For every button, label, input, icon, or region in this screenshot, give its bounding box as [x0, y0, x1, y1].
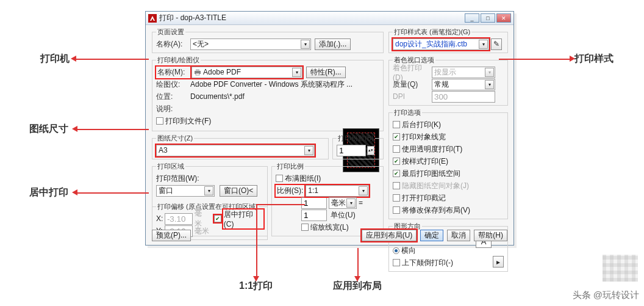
plot-transparency-checkbox[interactable] [393, 145, 400, 153]
chevron-down-icon: ▾ [485, 68, 494, 77]
arrow-line [256, 204, 257, 276]
annotation-style: 打印样式 [574, 53, 614, 65]
printer-name-combo[interactable]: Adobe PDF ▾ [191, 67, 302, 78]
annotation-printer: 打印机 [40, 53, 70, 65]
upside-down-label: 上下颠倒打印(-) [402, 258, 453, 268]
center-plot-checkbox[interactable] [214, 215, 221, 222]
printer-legend: 打印机/绘图仪 [156, 56, 201, 65]
plot-to-file-checkbox[interactable] [156, 117, 163, 125]
arrow-line [76, 59, 149, 60]
scale-num2-input[interactable] [301, 209, 327, 221]
printer-properties-button[interactable]: 特性(R)... [306, 67, 346, 78]
maximize-button[interactable]: □ [481, 13, 495, 23]
quality-value: 常规 [434, 79, 449, 90]
plot-transparency-label: 使用透明度打印(T) [402, 144, 462, 155]
shade-plot-combo: 按显示▾ [432, 67, 495, 78]
page-name-label: 名称(A): [156, 39, 190, 49]
page-name-combo[interactable]: <无> ▾ [190, 38, 311, 50]
plot-style-combo[interactable]: dop设计_实战指南.ctb▾ [393, 38, 489, 50]
paper-size-combo[interactable]: A3 ▾ [156, 145, 315, 156]
plot-lineweights-checkbox[interactable] [393, 133, 400, 140]
help-button[interactable]: 帮助(H) [474, 230, 507, 241]
arrow-head-icon [253, 276, 259, 282]
plot-area-legend: 打印区域 [156, 162, 185, 171]
preview-button[interactable]: 预览(P)... [152, 230, 191, 241]
dpi-label: DPI [393, 92, 432, 101]
minimize-button[interactable]: _ [465, 13, 479, 23]
page-setup-legend: 页面设置 [156, 27, 185, 37]
chevron-down-icon: ▾ [346, 199, 356, 208]
paperspace-last-checkbox[interactable] [393, 170, 400, 177]
decorative-pixels [603, 255, 638, 282]
button-bar: 预览(P)... 应用到布局(U) 确定 取消 帮助(H) [152, 230, 507, 241]
scale-num1-input[interactable] [301, 197, 327, 209]
shaded-viewport-group: 着色视口选项 着色打印(D)按显示▾ 质量(Q)常规▾ DPI [388, 56, 508, 106]
plot-stamp-checkbox[interactable] [393, 194, 400, 202]
quality-combo[interactable]: 常规▾ [432, 79, 495, 90]
arrow-head-icon [72, 189, 77, 195]
plot-range-label: 打印范围(W): [156, 173, 199, 184]
location-label: 位置: [156, 92, 190, 102]
plot-stamp-label: 打开打印戳记 [402, 193, 446, 203]
save-changes-checkbox[interactable] [393, 206, 400, 214]
copies-input[interactable] [337, 145, 366, 156]
arrow-head-icon [72, 126, 77, 132]
expand-button[interactable]: ▸ [493, 256, 504, 268]
plot-style-table-group: 打印样式表 (画笔指定)(G) dop设计_实战指南.ctb▾ ✎ [388, 27, 508, 53]
arrow-line [357, 248, 359, 276]
annotation-scale: 1:1打印 [239, 280, 273, 293]
fit-to-paper-checkbox[interactable] [276, 175, 283, 182]
background-plot-label: 后台打印(K) [402, 120, 441, 130]
plot-style-edit-button[interactable]: ✎ [491, 38, 502, 50]
cancel-button[interactable]: 取消 [447, 230, 470, 241]
landscape-label: 横向 [401, 246, 416, 256]
arrow-head-icon [570, 56, 575, 62]
copies-group: 打印份数(B) ▴▾ [332, 134, 384, 159]
location-value: Documents\*.pdf [190, 92, 245, 101]
plot-range-value: 窗口 [159, 186, 173, 196]
printer-icon [194, 68, 201, 76]
quality-label: 质量(Q) [393, 79, 432, 90]
scale-unit-label: 单位(U) [331, 210, 356, 220]
offset-x-input [165, 213, 193, 225]
svg-rect-3 [196, 73, 199, 75]
annotation-apply: 应用到布局 [333, 280, 382, 293]
arrow-head-icon [354, 276, 360, 282]
upside-down-checkbox[interactable] [393, 259, 400, 266]
plot-options-group: 打印选项 后台打印(K) 打印对象线宽 使用透明度打印(T) 按样式打印(E) … [388, 108, 508, 219]
watermark: 头条 @玩转设计 [573, 290, 639, 301]
plotter-label: 绘图仪: [156, 79, 190, 90]
plot-styles-checkbox[interactable] [393, 158, 400, 165]
scale-ratio-combo[interactable]: 1:1▾ [306, 185, 369, 197]
arrow-line [499, 59, 571, 60]
close-button[interactable]: ✕ [496, 13, 511, 23]
annotation-center: 居中打印 [29, 186, 68, 199]
window-pick-button[interactable]: 窗口(O)< [220, 185, 257, 197]
add-button[interactable]: 添加(.)... [315, 38, 351, 50]
apply-to-layout-button[interactable]: 应用到布局(U) [362, 230, 417, 241]
copies-spinner[interactable]: ▴▾ [367, 146, 374, 155]
plot-styles-label: 按样式打印(E) [402, 156, 448, 167]
page-setup-group: 页面设置 名称(A): <无> ▾ 添加(.)... [152, 27, 384, 53]
offset-x-label: X: [156, 214, 165, 223]
save-changes-label: 将修改保存到布局(V) [402, 205, 470, 216]
hide-paperspace-checkbox [393, 182, 400, 189]
landscape-radio[interactable] [393, 247, 399, 254]
paperspace-last-label: 最后打印图纸空间 [402, 169, 460, 179]
scale-unit1-value: 毫米 [331, 198, 346, 208]
background-plot-checkbox[interactable] [393, 121, 400, 128]
paper-size-group: 图纸尺寸(Z) A3 ▾ [152, 134, 329, 159]
arrow-head-icon [71, 56, 76, 62]
shade-plot-value: 按显示 [434, 67, 456, 78]
window-title: 打印 - dop-A3-TITLE [159, 13, 463, 23]
plot-range-combo[interactable]: 窗口▾ [156, 185, 215, 197]
titlebar: 打印 - dop-A3-TITLE _ □ ✕ [146, 12, 513, 25]
print-dialog: 打印 - dop-A3-TITLE _ □ ✕ 页面设置 名称(A): <无> … [145, 11, 514, 246]
hide-paperspace-label: 隐藏图纸空间对象(J) [402, 181, 469, 191]
plot-scale-legend: 打印比例 [276, 162, 305, 171]
ok-button[interactable]: 确定 [420, 230, 443, 241]
scale-unit1-combo[interactable]: 毫米▾ [329, 197, 357, 209]
plot-style-value: dop设计_实战指南.ctb [395, 39, 467, 49]
desc-label: 说明: [156, 104, 190, 114]
chevron-down-icon: ▾ [204, 186, 213, 195]
